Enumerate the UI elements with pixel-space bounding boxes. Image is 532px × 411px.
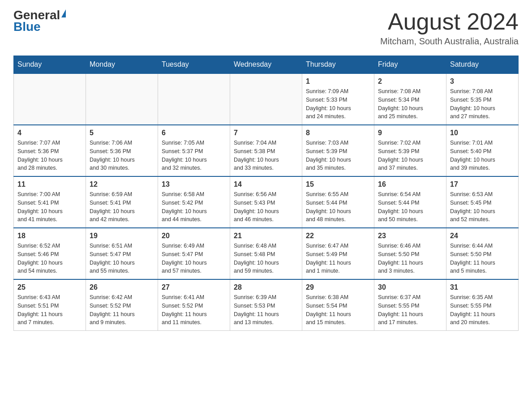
day-info: Sunrise: 6:58 AM Sunset: 5:42 PM Dayligh…	[162, 190, 226, 224]
day-info: Sunrise: 7:08 AM Sunset: 5:35 PM Dayligh…	[450, 87, 515, 121]
calendar-cell: 19Sunrise: 6:51 AM Sunset: 5:47 PM Dayli…	[86, 228, 158, 279]
day-number: 10	[450, 129, 515, 137]
column-header-wednesday: Wednesday	[230, 56, 302, 74]
column-header-saturday: Saturday	[446, 56, 519, 74]
calendar-cell: 24Sunrise: 6:44 AM Sunset: 5:50 PM Dayli…	[446, 228, 519, 279]
day-info: Sunrise: 7:02 AM Sunset: 5:39 PM Dayligh…	[378, 139, 442, 172]
calendar-cell: 9Sunrise: 7:02 AM Sunset: 5:39 PM Daylig…	[374, 125, 446, 176]
calendar-week-1: 1Sunrise: 7:09 AM Sunset: 5:33 PM Daylig…	[14, 73, 519, 125]
calendar-cell: 5Sunrise: 7:06 AM Sunset: 5:36 PM Daylig…	[86, 125, 158, 176]
calendar-cell: 12Sunrise: 6:59 AM Sunset: 5:41 PM Dayli…	[86, 176, 158, 228]
calendar-cell: 11Sunrise: 7:00 AM Sunset: 5:41 PM Dayli…	[14, 176, 86, 228]
day-number: 6	[162, 129, 226, 137]
day-info: Sunrise: 6:59 AM Sunset: 5:41 PM Dayligh…	[90, 190, 154, 224]
calendar-table: SundayMondayTuesdayWednesdayThursdayFrid…	[13, 56, 519, 331]
day-info: Sunrise: 6:38 AM Sunset: 5:54 PM Dayligh…	[306, 293, 370, 327]
calendar-cell: 6Sunrise: 7:05 AM Sunset: 5:37 PM Daylig…	[158, 125, 230, 176]
calendar-cell	[14, 73, 86, 125]
day-info: Sunrise: 6:51 AM Sunset: 5:47 PM Dayligh…	[90, 242, 154, 275]
day-info: Sunrise: 6:46 AM Sunset: 5:50 PM Dayligh…	[378, 242, 442, 275]
day-number: 20	[162, 232, 226, 240]
calendar-cell: 29Sunrise: 6:38 AM Sunset: 5:54 PM Dayli…	[302, 279, 374, 331]
calendar-header-row: SundayMondayTuesdayWednesdayThursdayFrid…	[14, 56, 519, 74]
day-info: Sunrise: 6:49 AM Sunset: 5:47 PM Dayligh…	[162, 242, 226, 275]
day-info: Sunrise: 7:09 AM Sunset: 5:33 PM Dayligh…	[306, 87, 370, 121]
calendar-cell: 17Sunrise: 6:53 AM Sunset: 5:45 PM Dayli…	[446, 176, 519, 228]
calendar-week-2: 4Sunrise: 7:07 AM Sunset: 5:36 PM Daylig…	[14, 125, 519, 176]
calendar-cell: 16Sunrise: 6:54 AM Sunset: 5:44 PM Dayli…	[374, 176, 446, 228]
day-info: Sunrise: 6:55 AM Sunset: 5:44 PM Dayligh…	[306, 190, 370, 224]
logo-triangle-icon	[61, 9, 66, 17]
day-info: Sunrise: 7:07 AM Sunset: 5:36 PM Dayligh…	[17, 139, 82, 172]
calendar-cell: 20Sunrise: 6:49 AM Sunset: 5:47 PM Dayli…	[158, 228, 230, 279]
day-info: Sunrise: 7:06 AM Sunset: 5:36 PM Dayligh…	[90, 139, 154, 172]
day-number: 2	[378, 77, 442, 86]
calendar-cell: 22Sunrise: 6:47 AM Sunset: 5:49 PM Dayli…	[302, 228, 374, 279]
day-number: 11	[17, 180, 82, 188]
column-header-thursday: Thursday	[302, 56, 374, 74]
day-number: 14	[234, 180, 298, 188]
column-header-friday: Friday	[374, 56, 446, 74]
day-number: 18	[17, 232, 82, 240]
day-info: Sunrise: 6:54 AM Sunset: 5:44 PM Dayligh…	[378, 190, 442, 224]
day-info: Sunrise: 6:43 AM Sunset: 5:51 PM Dayligh…	[17, 293, 82, 327]
calendar-cell: 13Sunrise: 6:58 AM Sunset: 5:42 PM Dayli…	[158, 176, 230, 228]
title-section: August 2024 Mitcham, South Australia, Au…	[380, 9, 519, 47]
day-number: 30	[378, 283, 442, 291]
calendar-cell	[86, 73, 158, 125]
logo-blue-text: Blue	[13, 21, 66, 33]
calendar-week-4: 18Sunrise: 6:52 AM Sunset: 5:46 PM Dayli…	[14, 228, 519, 279]
day-number: 26	[90, 283, 154, 291]
calendar-cell: 28Sunrise: 6:39 AM Sunset: 5:53 PM Dayli…	[230, 279, 302, 331]
day-number: 3	[450, 77, 515, 86]
day-number: 15	[306, 180, 370, 188]
calendar-cell: 10Sunrise: 7:01 AM Sunset: 5:40 PM Dayli…	[446, 125, 519, 176]
day-info: Sunrise: 7:01 AM Sunset: 5:40 PM Dayligh…	[450, 139, 515, 172]
calendar-cell: 27Sunrise: 6:41 AM Sunset: 5:52 PM Dayli…	[158, 279, 230, 331]
calendar-cell: 14Sunrise: 6:56 AM Sunset: 5:43 PM Dayli…	[230, 176, 302, 228]
calendar-week-3: 11Sunrise: 7:00 AM Sunset: 5:41 PM Dayli…	[14, 176, 519, 228]
day-number: 22	[306, 232, 370, 240]
calendar-cell: 18Sunrise: 6:52 AM Sunset: 5:46 PM Dayli…	[14, 228, 86, 279]
month-title: August 2024	[380, 9, 519, 34]
calendar-cell: 30Sunrise: 6:37 AM Sunset: 5:55 PM Dayli…	[374, 279, 446, 331]
logo: General Blue	[13, 9, 66, 33]
calendar-cell: 26Sunrise: 6:42 AM Sunset: 5:52 PM Dayli…	[86, 279, 158, 331]
day-number: 16	[378, 180, 442, 188]
calendar-week-5: 25Sunrise: 6:43 AM Sunset: 5:51 PM Dayli…	[14, 279, 519, 331]
calendar-cell: 3Sunrise: 7:08 AM Sunset: 5:35 PM Daylig…	[446, 73, 519, 125]
calendar-cell	[158, 73, 230, 125]
day-number: 21	[234, 232, 298, 240]
day-number: 4	[17, 129, 82, 137]
day-number: 19	[90, 232, 154, 240]
column-header-sunday: Sunday	[14, 56, 86, 74]
column-header-tuesday: Tuesday	[158, 56, 230, 74]
column-header-monday: Monday	[86, 56, 158, 74]
day-number: 1	[306, 77, 370, 86]
day-info: Sunrise: 6:52 AM Sunset: 5:46 PM Dayligh…	[17, 242, 82, 275]
day-info: Sunrise: 7:04 AM Sunset: 5:38 PM Dayligh…	[234, 139, 298, 172]
day-info: Sunrise: 6:56 AM Sunset: 5:43 PM Dayligh…	[234, 190, 298, 224]
day-info: Sunrise: 7:00 AM Sunset: 5:41 PM Dayligh…	[17, 190, 82, 224]
day-number: 9	[378, 129, 442, 137]
location-title: Mitcham, South Australia, Australia	[380, 36, 519, 47]
day-number: 31	[450, 283, 515, 291]
calendar-cell: 1Sunrise: 7:09 AM Sunset: 5:33 PM Daylig…	[302, 73, 374, 125]
day-number: 12	[90, 180, 154, 188]
calendar-cell: 7Sunrise: 7:04 AM Sunset: 5:38 PM Daylig…	[230, 125, 302, 176]
day-info: Sunrise: 6:41 AM Sunset: 5:52 PM Dayligh…	[162, 293, 226, 327]
day-info: Sunrise: 6:42 AM Sunset: 5:52 PM Dayligh…	[90, 293, 154, 327]
day-info: Sunrise: 6:44 AM Sunset: 5:50 PM Dayligh…	[450, 242, 515, 275]
day-info: Sunrise: 6:35 AM Sunset: 5:55 PM Dayligh…	[450, 293, 515, 327]
day-info: Sunrise: 6:39 AM Sunset: 5:53 PM Dayligh…	[234, 293, 298, 327]
page-header: General Blue August 2024 Mitcham, South …	[13, 9, 519, 47]
day-number: 13	[162, 180, 226, 188]
day-number: 23	[378, 232, 442, 240]
day-info: Sunrise: 7:03 AM Sunset: 5:39 PM Dayligh…	[306, 139, 370, 172]
calendar-cell: 25Sunrise: 6:43 AM Sunset: 5:51 PM Dayli…	[14, 279, 86, 331]
day-number: 7	[234, 129, 298, 137]
day-info: Sunrise: 7:05 AM Sunset: 5:37 PM Dayligh…	[162, 139, 226, 172]
calendar-cell: 31Sunrise: 6:35 AM Sunset: 5:55 PM Dayli…	[446, 279, 519, 331]
day-number: 25	[17, 283, 82, 291]
day-number: 29	[306, 283, 370, 291]
